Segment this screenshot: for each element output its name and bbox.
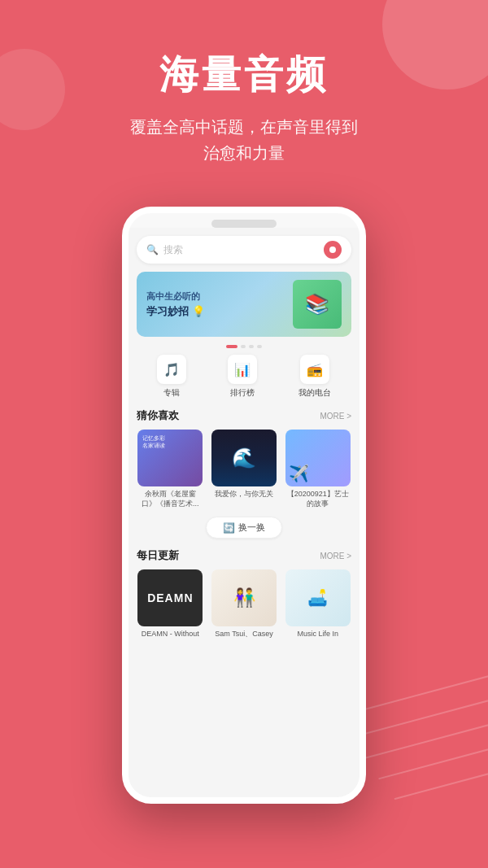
radio-icon: 📻 [300, 355, 329, 384]
dot-3 [249, 345, 254, 348]
quick-nav: 🎵 专辑 📊 排行榜 📻 我的电台 [137, 355, 351, 399]
search-placeholder: 搜索 [163, 243, 324, 257]
rec-item-3[interactable]: ✈️ 【20200921】艺士的故事 [284, 430, 351, 508]
daily-section-header: 每日更新 MORE > [137, 548, 351, 563]
recommend-title: 猜你喜欢 [137, 408, 179, 423]
daily-label-3: Music Life In [297, 630, 338, 639]
rec-cover-1: 记忆多彩名家诵读 [137, 430, 203, 486]
rec-label-2: 我爱你，与你无关 [215, 490, 273, 499]
dot-1 [226, 345, 237, 348]
banner-line1: 高中生必听的 [146, 290, 293, 303]
phone-body: 🔍 搜索 高中生必听的 学习妙招 💡 📚 [122, 207, 366, 804]
refresh-icon: 🔄 [223, 522, 235, 534]
banner-text: 高中生必听的 学习妙招 💡 [146, 290, 293, 319]
refresh-button[interactable]: 🔄 换一换 [206, 517, 282, 539]
recommend-section-header: 猜你喜欢 MORE > [137, 408, 351, 423]
banner[interactable]: 高中生必听的 学习妙招 💡 📚 [137, 272, 351, 337]
charts-label: 排行榜 [230, 387, 255, 399]
banner-dots [137, 345, 351, 348]
quick-nav-charts[interactable]: 📊 排行榜 [228, 355, 257, 399]
main-title: 海量音频 [0, 49, 488, 101]
header-section: 海量音频 覆盖全高中话题，在声音里得到 治愈和力量 [0, 0, 488, 182]
dot-2 [241, 345, 246, 348]
quick-nav-albums[interactable]: 🎵 专辑 [157, 355, 186, 399]
phone-content: 🔍 搜索 高中生必听的 学习妙招 💡 📚 [129, 228, 359, 797]
radio-label: 我的电台 [298, 387, 331, 399]
dot-4 [257, 345, 262, 348]
rec-item-1[interactable]: 记忆多彩名家诵读 余秋雨《老屋窗口》《播音艺术... [137, 430, 204, 508]
rec-label-1: 余秋雨《老屋窗口》《播音艺术... [137, 490, 203, 508]
quick-nav-radio[interactable]: 📻 我的电台 [298, 355, 331, 399]
daily-cover-1: DEAMN [137, 569, 203, 626]
charts-icon: 📊 [228, 355, 257, 384]
recommend-grid: 记忆多彩名家诵读 余秋雨《老屋窗口》《播音艺术... 🌊 我爱你，与你无关 ✈️… [137, 430, 351, 508]
sub-title-line2: 治愈和力量 [203, 144, 285, 162]
search-icon: 🔍 [146, 244, 159, 255]
rec-label-3: 【20200921】艺士的故事 [285, 490, 351, 508]
banner-image: 📚 [293, 280, 342, 329]
record-button[interactable] [324, 241, 342, 259]
rec-item-2[interactable]: 🌊 我爱你，与你无关 [211, 430, 278, 508]
daily-label-2: Sam Tsui、Casey [215, 630, 272, 639]
recommend-more[interactable]: MORE > [320, 412, 351, 421]
daily-grid: DEAMN DEAMN - Without 👫 Sam Tsui、Casey 🛋… [137, 569, 351, 639]
albums-label: 专辑 [163, 387, 180, 399]
daily-item-1[interactable]: DEAMN DEAMN - Without [137, 569, 204, 639]
sub-title: 覆盖全高中话题，在声音里得到 治愈和力量 [0, 114, 488, 166]
daily-item-2[interactable]: 👫 Sam Tsui、Casey [211, 569, 278, 639]
daily-more[interactable]: MORE > [320, 552, 351, 560]
banner-line2: 学习妙招 💡 [146, 304, 293, 319]
rec-cover-3: ✈️ [285, 430, 351, 486]
sub-title-line1: 覆盖全高中话题，在声音里得到 [130, 118, 358, 136]
record-button-inner [329, 246, 336, 253]
daily-cover-3: 🛋️ [285, 569, 351, 626]
phone-mockup: 🔍 搜索 高中生必听的 学习妙招 💡 📚 [0, 207, 488, 804]
refresh-text: 换一换 [238, 521, 265, 534]
albums-icon: 🎵 [157, 355, 186, 384]
daily-label-1: DEAMN - Without [142, 630, 199, 639]
daily-cover-2: 👫 [211, 569, 277, 626]
search-bar[interactable]: 🔍 搜索 [137, 236, 351, 264]
rec-cover-2: 🌊 [211, 430, 277, 486]
daily-cover-1-text: DEAMN [147, 591, 193, 604]
phone-notch [211, 220, 277, 228]
rec-cover-1-text: 记忆多彩名家诵读 [142, 434, 165, 449]
daily-item-3[interactable]: 🛋️ Music Life In [284, 569, 351, 639]
daily-title: 每日更新 [137, 548, 179, 563]
